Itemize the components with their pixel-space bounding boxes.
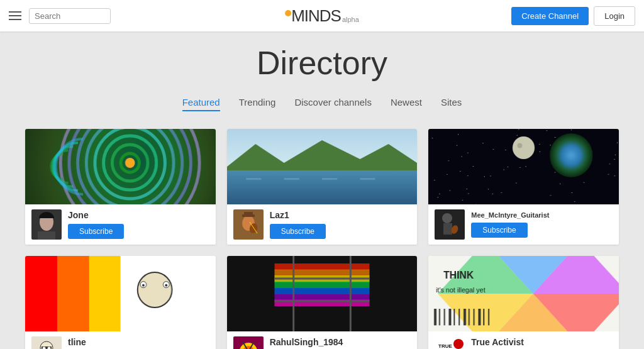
channel-banner <box>25 129 216 204</box>
header: MINDS alpha Create Channel Login <box>0 0 644 31</box>
card-bottom: Jone Subscribe <box>25 204 216 245</box>
create-channel-button[interactable]: Create Channel <box>511 7 589 25</box>
avatar <box>435 209 465 240</box>
channel-card: True Activist Subscribe <box>428 256 619 349</box>
subscribe-button[interactable]: Subscribe <box>471 223 527 238</box>
channel-card: RahulSingh_1984 Subscribe <box>227 256 418 349</box>
card-info: Laz1 Subscribe <box>270 210 411 239</box>
card-bottom: RahulSingh_1984 Subscribe <box>227 331 418 349</box>
avatar <box>31 336 62 349</box>
logo: MINDS alpha <box>285 6 359 26</box>
channel-name: Jone <box>68 210 209 220</box>
channel-card: Laz1 Subscribe <box>227 129 418 245</box>
channel-name: True Activist <box>471 337 613 347</box>
channel-banner <box>25 256 216 331</box>
card-bottom: Mee_McIntyre_Guitarist Subscribe <box>428 204 619 245</box>
avatar <box>435 336 465 349</box>
card-info: Mee_McIntyre_Guitarist Subscribe <box>471 211 613 238</box>
header-left <box>9 8 111 24</box>
category-tabs: Featured Trending Discover channels Newe… <box>25 94 619 111</box>
avatar <box>233 209 264 240</box>
tab-discover-channels[interactable]: Discover channels <box>294 94 372 111</box>
hamburger-menu-icon[interactable] <box>9 11 21 20</box>
logo-text: MINDS <box>285 6 341 26</box>
channel-name: Mee_McIntyre_Guitarist <box>471 211 613 219</box>
channel-name: tline <box>68 337 209 347</box>
channel-card: Mee_McIntyre_Guitarist Subscribe <box>428 129 619 245</box>
tab-featured[interactable]: Featured <box>182 94 220 111</box>
card-info: True Activist Subscribe <box>471 337 613 349</box>
logo-alpha: alpha <box>342 16 359 23</box>
channel-banner <box>428 256 619 331</box>
tab-sites[interactable]: Sites <box>441 94 462 111</box>
login-button[interactable]: Login <box>594 6 635 26</box>
tab-trending[interactable]: Trending <box>239 94 276 111</box>
channel-banner <box>428 129 619 204</box>
main-content: Directory Featured Trending Discover cha… <box>0 31 644 349</box>
card-bottom: Laz1 Subscribe <box>227 204 418 245</box>
tab-newest[interactable]: Newest <box>391 94 422 111</box>
channels-grid: Jone Subscribe Laz1 Subscribe Me <box>25 129 619 349</box>
channel-name: Laz1 <box>270 210 411 220</box>
card-bottom: True Activist Subscribe <box>428 331 619 349</box>
channel-banner <box>227 256 418 331</box>
avatar <box>31 209 62 240</box>
avatar <box>233 336 264 349</box>
header-right: Create Channel Login <box>511 6 635 26</box>
channel-banner <box>227 129 418 204</box>
search-input[interactable] <box>29 8 111 24</box>
card-info: RahulSingh_1984 Subscribe <box>270 337 411 349</box>
subscribe-button[interactable]: Subscribe <box>68 224 124 239</box>
page-title: Directory <box>25 44 619 82</box>
card-bottom: tline Subscribe <box>25 331 216 349</box>
subscribe-button[interactable]: Subscribe <box>270 224 326 239</box>
card-info: tline Subscribe <box>68 337 209 349</box>
channel-card: Jone Subscribe <box>25 129 216 245</box>
channel-card: tline Subscribe <box>25 256 216 349</box>
card-info: Jone Subscribe <box>68 210 209 239</box>
channel-name: RahulSingh_1984 <box>270 337 411 347</box>
logo-dot <box>285 10 291 16</box>
